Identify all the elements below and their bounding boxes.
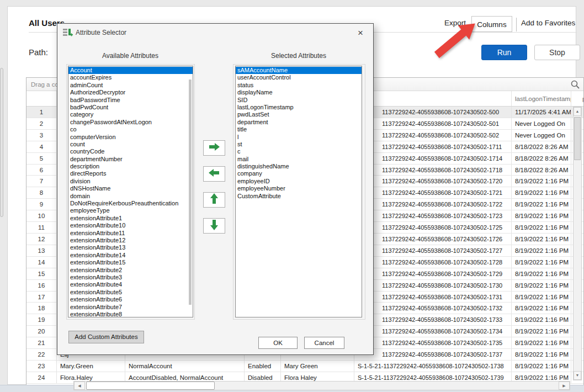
cell-rownum: 3 — [26, 130, 57, 141]
table-row[interactable]: 23Mary.GreenNormalAccountEnabledMary Gre… — [26, 361, 583, 372]
column-header-sid[interactable] — [354, 91, 512, 106]
column-header-rownum[interactable] — [26, 91, 57, 106]
attribute-item[interactable]: adminCount — [68, 82, 193, 89]
cell-lastlogon: 8/19/2022 1:16 PM — [512, 292, 571, 303]
attribute-item[interactable]: description — [68, 163, 193, 170]
attribute-item[interactable]: DoNotRequireKerbousPreauthentication — [68, 200, 193, 207]
attribute-item[interactable]: category — [68, 111, 193, 118]
attribute-item[interactable]: departmentNumber — [68, 156, 193, 163]
scroll-down-button[interactable]: ▼ — [574, 371, 581, 380]
attribute-item[interactable]: changePasswordAtNextLogon — [68, 119, 193, 126]
attribute-item[interactable]: l — [236, 134, 362, 141]
attribute-item[interactable]: extensionAttribute14 — [68, 252, 193, 259]
horizontal-scrollbar[interactable]: ◀ ▶ — [73, 381, 570, 390]
attribute-item[interactable]: extensionAttribute13 — [68, 244, 193, 251]
cell-lastlogon: 8/19/2022 1:16 PM — [512, 337, 571, 348]
run-button[interactable]: Run — [481, 45, 527, 60]
attribute-item[interactable]: pwdLastSet — [236, 111, 362, 118]
stop-button[interactable]: Stop — [534, 45, 580, 60]
attribute-item[interactable]: computerVersion — [68, 134, 193, 141]
export-button[interactable]: Export — [444, 19, 466, 27]
attribute-item[interactable]: department — [236, 119, 362, 126]
move-right-button[interactable] — [203, 140, 225, 156]
cell-sid: 1137229242-4055938608-1072430502-501 — [354, 118, 512, 129]
attribute-item[interactable]: extensionAttribute10 — [68, 222, 193, 229]
attribute-item[interactable]: userAccountControl — [236, 74, 362, 81]
attribute-item[interactable]: c — [236, 148, 362, 155]
attribute-item[interactable]: title — [236, 126, 362, 133]
attribute-item[interactable]: countryCode — [68, 148, 193, 155]
attribute-item[interactable]: employeeNumber — [236, 185, 362, 192]
cell-rownum: 23 — [26, 361, 57, 372]
attribute-item[interactable]: extensionAttribute7 — [68, 304, 193, 311]
scroll-right-button[interactable]: ▶ — [559, 382, 570, 390]
cell-rownum: 1 — [26, 107, 57, 118]
attribute-item[interactable]: lastLogonTimestamp — [236, 104, 362, 111]
vertical-scrollbar[interactable]: ▲ ▼ — [573, 107, 582, 380]
attribute-item[interactable]: badPwdCount — [68, 104, 193, 111]
attribute-item[interactable]: employeeType — [68, 207, 193, 214]
window-scrollbar-thumb[interactable] — [0, 68, 3, 217]
attribute-item[interactable]: status — [236, 82, 362, 89]
attribute-item[interactable]: division — [68, 178, 193, 185]
move-up-button[interactable] — [203, 192, 225, 208]
scroll-left-button[interactable]: ◀ — [74, 382, 85, 390]
attribute-item[interactable]: employeeID — [236, 178, 362, 185]
cell-sid: 1137229242-4055938608-1072430502-1732 — [354, 303, 512, 314]
cell-lastlogon: 8/19/2022 1:16 PM — [512, 326, 571, 337]
cell-rownum: 12 — [26, 234, 57, 245]
attribute-item[interactable]: domain — [68, 193, 193, 200]
attribute-item[interactable]: AuthorizedDecryptor — [68, 89, 193, 96]
add-to-favorites-button[interactable]: Add to Favorites — [521, 19, 575, 27]
attribute-selector-dialog: Attribute Selector × Available Attribute… — [57, 23, 374, 355]
vertical-scroll-thumb[interactable] — [574, 117, 581, 160]
move-down-button[interactable] — [203, 218, 225, 234]
attribute-item[interactable]: co — [68, 126, 193, 133]
attribute-item[interactable]: mail — [236, 156, 362, 163]
available-list-scrollbar[interactable] — [189, 80, 192, 305]
attribute-item[interactable]: distinguishedName — [236, 163, 362, 170]
attribute-item[interactable]: Account — [68, 67, 193, 74]
attribute-item[interactable]: extensionAttribute4 — [68, 281, 193, 288]
add-custom-attributes-button[interactable]: Add Custom Attributes — [68, 331, 144, 343]
attribute-item[interactable]: SID — [236, 97, 362, 104]
attribute-item[interactable]: extensionAttribute1 — [68, 215, 193, 222]
ok-button[interactable]: OK — [258, 337, 298, 349]
available-attributes-list[interactable]: AccountaccountExpiresadminCountAuthorize… — [68, 66, 193, 317]
selected-attributes-list[interactable]: sAMAccountNameuserAccountControlstatusdi… — [235, 66, 362, 317]
cell-sid: 1137229242-4055938608-1072430502-1714 — [354, 153, 512, 164]
cell-lastlogon: 8/19/2022 1:16 PM — [512, 234, 571, 245]
scroll-up-button[interactable]: ▲ — [574, 107, 581, 116]
columns-button[interactable]: Columns — [471, 16, 512, 32]
cell-lastlogon: 8/18/2022 8:26 AM — [512, 165, 571, 176]
cell-uac: NormalAccount — [125, 361, 245, 372]
horizontal-scroll-thumb[interactable] — [86, 382, 215, 390]
search-icon[interactable] — [570, 80, 580, 89]
attribute-item[interactable]: extensionAttribute2 — [68, 267, 193, 274]
attribute-item[interactable]: extensionAttribute12 — [68, 237, 193, 244]
attribute-item[interactable]: dNSHostName — [68, 185, 193, 192]
attribute-item[interactable]: badPasswordTime — [68, 97, 193, 104]
cell-lastlogon: 8/19/2022 1:16 PM — [512, 199, 571, 210]
attribute-item[interactable]: extensionAttribute6 — [68, 296, 193, 303]
close-button[interactable]: × — [353, 26, 368, 40]
attribute-item[interactable]: extensionAttribute8 — [68, 311, 193, 317]
attribute-item[interactable]: displayName — [236, 89, 362, 96]
attribute-item[interactable]: count — [68, 141, 193, 148]
column-header-p[interactable]: p — [571, 91, 583, 106]
attribute-item[interactable]: extensionAttribute5 — [68, 289, 193, 296]
attribute-item[interactable]: company — [236, 170, 362, 177]
attribute-item[interactable]: accountExpires — [68, 74, 193, 81]
cell-rownum: 4 — [26, 141, 57, 152]
cell-displayname: Mary Green — [281, 361, 354, 372]
attribute-item[interactable]: extensionAttribute11 — [68, 230, 193, 237]
cancel-button[interactable]: Cancel — [304, 337, 344, 349]
attribute-item[interactable]: extensionAttribute15 — [68, 259, 193, 266]
attribute-item[interactable]: st — [236, 141, 362, 148]
attribute-item[interactable]: directReports — [68, 170, 193, 177]
move-left-button[interactable] — [203, 166, 225, 182]
attribute-item[interactable]: sAMAccountName — [236, 67, 362, 74]
attribute-item[interactable]: extensionAttribute3 — [68, 274, 193, 281]
column-header-lastlogon[interactable]: lastLogonTimestamp — [512, 91, 571, 106]
attribute-item[interactable]: CustomAttribute — [236, 193, 362, 200]
